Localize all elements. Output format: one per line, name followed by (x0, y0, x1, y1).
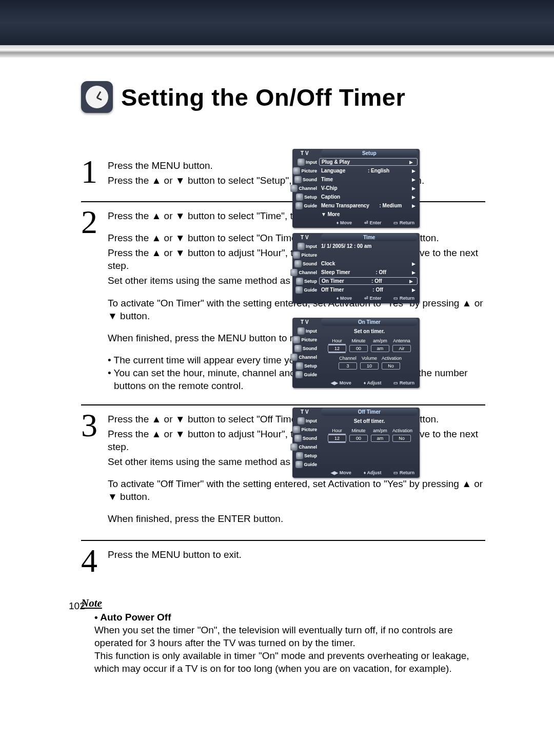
osd-footer: ◀▶ Move ♦ Adjust ▭ Return (292, 379, 420, 387)
osd-cell: No (392, 435, 411, 442)
step-2: 2 Press the ▲ or ▼ button to select "Tim… (81, 201, 485, 404)
osd-footer: ♦ Move ⏎ Enter ▭ Return (292, 294, 420, 302)
osd-cell: 12 (328, 345, 346, 352)
osd-col-header: Activation (392, 428, 411, 433)
osd-item-value: : Off (371, 278, 382, 284)
osd-cell: 12 (328, 435, 346, 442)
osd-hint-return: ▭ Return (393, 220, 414, 225)
osd-col-header: Channel (339, 356, 357, 361)
note-body: • Auto Power Off When you set the timer … (94, 611, 485, 675)
osd-item-label: Language (321, 168, 345, 173)
step-3: 3 Press the ▲ or ▼ button to select "Off… (81, 404, 485, 540)
osd-item-label: V-Chip (321, 185, 338, 191)
osd-sidebar-item: Channel (299, 186, 317, 191)
osd-setup: T V Setup InputPlug & Play▶ PictureLangu… (292, 149, 420, 228)
clock-icon (81, 81, 113, 113)
osd-cell: 00 (349, 435, 368, 442)
osd-sidebar-item: Guide (304, 203, 317, 208)
osd-cell: 3 (339, 362, 357, 370)
note-section: Note • Auto Power Off When you set the t… (81, 597, 485, 675)
osd-item-label: Plug & Play (322, 159, 350, 165)
osd-panel-title: On Timer (321, 318, 418, 326)
osd-panel-title: Time (321, 234, 418, 241)
osd-col-header: Activation (382, 356, 400, 361)
osd-tv-label: T V (292, 319, 309, 325)
osd-sidebar-item: Guide (304, 462, 317, 467)
step-number: 1 (81, 157, 101, 189)
osd-sidebar-item: Channel (299, 444, 317, 450)
step-number: 4 (81, 546, 101, 576)
step-text: To activate "Off Timer" with the setting… (108, 477, 485, 503)
step-text: Press the MENU button to exit. (108, 548, 485, 561)
osd-subtitle: Set on timer. (319, 327, 420, 335)
osd-item-value: : English (368, 168, 389, 173)
step-4: 4 Press the MENU button to exit. (81, 540, 485, 580)
osd-sidebar-item: Channel (299, 270, 317, 275)
osd-sidebar-item: Setup (304, 195, 317, 200)
osd-sidebar-item: Picture (301, 427, 317, 432)
osd-cell: Air (392, 345, 411, 352)
steps-container: 1 Press the MENU button. Press the ▲ or … (81, 157, 485, 579)
osd-cell: am (371, 435, 389, 442)
osd-hint-move: ♦ Move (337, 220, 352, 225)
chevron-right-icon: ▶ (409, 160, 413, 165)
osd-tv-label: T V (292, 150, 309, 156)
osd-item-label: Time (321, 177, 333, 182)
chevron-right-icon: ▶ (409, 279, 413, 284)
top-gradient-bar (0, 0, 554, 45)
chevron-right-icon: ▶ (412, 261, 416, 266)
osd-sidebar-item: Sound (303, 436, 317, 441)
osd-subtitle: Set off timer. (319, 417, 420, 425)
chevron-right-icon: ▶ (412, 186, 416, 191)
chevron-right-icon: ▶ (412, 177, 416, 182)
page-number: 102 (69, 600, 85, 612)
osd-col-header: Hour (328, 338, 346, 343)
osd-sidebar-item: Guide (304, 287, 317, 293)
chevron-right-icon: ▶ (412, 270, 416, 275)
osd-sidebar-item: Input (306, 160, 317, 165)
osd-col-header: am/pm (371, 428, 389, 433)
osd-panel-title: Setup (321, 149, 418, 157)
osd-hint-return: ▭ Return (393, 296, 414, 301)
osd-hint-move: ◀▶ Move (331, 380, 351, 385)
step-text: When finished, press the ENTER button. (108, 512, 485, 525)
osd-item-label: Off Timer (321, 287, 344, 293)
step-body: Press the MENU button to exit. (108, 546, 485, 576)
osd-sidebar-item: Guide (304, 372, 317, 377)
osd-hint-return: ▭ Return (393, 470, 414, 475)
osd-footer: ♦ Move ⏎ Enter ▭ Return (292, 219, 420, 227)
osd-hint-move: ♦ Move (337, 296, 352, 301)
page-title: Setting the On/Off Timer (121, 83, 405, 111)
osd-sidebar-item: Setup (304, 279, 317, 284)
osd-col-header: Volume (360, 356, 379, 361)
chevron-right-icon: ▶ (412, 195, 416, 200)
osd-item-label: Clock (321, 261, 335, 266)
note-label: Note (81, 597, 485, 610)
osd-sidebar-item: Input (306, 418, 317, 423)
note-text: When you set the timer "On", the televis… (94, 624, 485, 649)
osd-sidebar-item: Input (306, 244, 317, 249)
osd-item-value: : Off (372, 287, 383, 293)
osd-hint-return: ▭ Return (393, 380, 414, 385)
step-1: 1 Press the MENU button. Press the ▲ or … (81, 157, 485, 201)
osd-cell: 10 (360, 362, 379, 370)
osd-sidebar-item: Sound (303, 177, 317, 182)
osd-item-label: Sleep Timer (321, 269, 350, 275)
osd-item-label: Caption (321, 194, 340, 200)
note-heading: • Auto Power Off (94, 611, 485, 624)
osd-item-value: : Medium (380, 203, 402, 208)
osd-col-header: Minute (349, 428, 368, 433)
osd-current-time: 1/ 1/ 2005/ 12 : 00 am (321, 243, 371, 249)
osd-hint-move: ◀▶ Move (331, 470, 351, 475)
osd-item-label: On Timer (322, 278, 344, 284)
title-row: Setting the On/Off Timer (81, 81, 485, 113)
osd-cell: 00 (349, 345, 368, 352)
osd-hint-enter: ⏎ Enter (364, 296, 382, 301)
osd-on-timer: T V On Timer InputSet on timer. Picture … (292, 318, 420, 388)
osd-item-value: : Off (375, 269, 386, 275)
chevron-right-icon: ▶ (412, 287, 416, 293)
osd-time: T V Time Input1/ 1/ 2005/ 12 : 00 am Pic… (292, 233, 420, 303)
osd-item-label: ▼ More (321, 211, 340, 217)
osd-hint-adjust: ♦ Adjust (364, 380, 382, 385)
osd-sidebar-item: Picture (301, 168, 317, 173)
